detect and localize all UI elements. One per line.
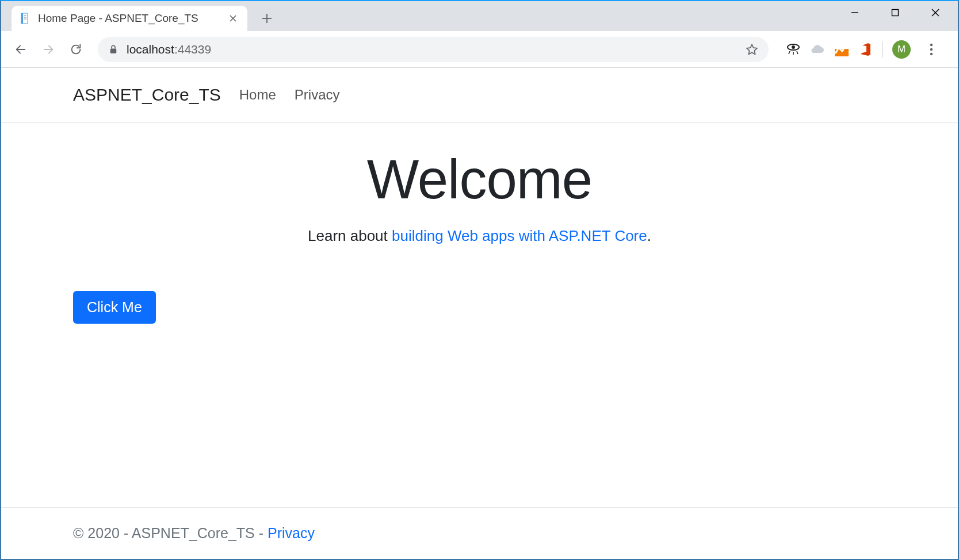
svg-rect-10 — [892, 10, 899, 16]
tab-close-icon[interactable] — [228, 13, 238, 24]
lead-text: Learn about building Web apps with ASP.N… — [73, 227, 886, 245]
nav-link-privacy[interactable]: Privacy — [295, 87, 340, 103]
svg-point-15 — [792, 45, 795, 49]
address-bar[interactable]: localhost:44339 — [98, 37, 769, 62]
click-me-button[interactable]: Click Me — [73, 291, 156, 324]
browser-tab[interactable]: Home Page - ASPNET_Core_TS — [12, 6, 247, 31]
site-navbar: ASPNET_Core_TS Home Privacy — [1, 68, 958, 122]
svg-line-18 — [797, 51, 798, 54]
extension-eye-icon[interactable] — [786, 42, 801, 57]
extension-office-icon[interactable] — [858, 42, 873, 57]
profile-avatar[interactable]: M — [892, 40, 911, 59]
url-host: localhost — [127, 43, 174, 56]
tab-title: Home Page - ASPNET_Core_TS — [38, 12, 221, 25]
svg-point-20 — [930, 43, 933, 45]
browser-menu-button[interactable] — [920, 38, 943, 61]
svg-rect-13 — [110, 48, 117, 53]
svg-point-22 — [930, 52, 933, 55]
page-heading: Welcome — [73, 148, 886, 211]
forward-button[interactable] — [37, 38, 60, 61]
lock-icon — [108, 44, 119, 55]
toolbar-separator — [882, 41, 883, 57]
footer-privacy-link[interactable]: Privacy — [268, 525, 315, 541]
main-content: Welcome Learn about building Web apps wi… — [1, 122, 958, 507]
lead-link[interactable]: building Web apps with ASP.NET Core — [392, 227, 647, 244]
window-controls — [835, 1, 956, 24]
footer-text: © 2020 - ASPNET_Core_TS - — [73, 525, 268, 541]
extension-icons: M — [779, 38, 950, 61]
page-favicon — [20, 13, 31, 24]
window-maximize-button[interactable] — [875, 1, 915, 24]
extension-analytics-icon[interactable] — [834, 42, 849, 57]
lead-prefix: Learn about — [308, 227, 392, 244]
svg-rect-1 — [21, 13, 23, 24]
site-footer: © 2020 - ASPNET_Core_TS - Privacy — [1, 507, 958, 559]
svg-point-21 — [930, 48, 933, 50]
page-viewport: ASPNET_Core_TS Home Privacy Welcome Lear… — [1, 68, 958, 559]
navbar-brand[interactable]: ASPNET_Core_TS — [73, 85, 221, 105]
new-tab-button[interactable] — [255, 7, 278, 30]
nav-link-home[interactable]: Home — [239, 87, 276, 103]
lead-suffix: . — [647, 227, 651, 244]
bookmark-star-icon[interactable] — [746, 43, 758, 56]
back-button[interactable] — [9, 38, 32, 61]
browser-tab-strip: Home Page - ASPNET_Core_TS — [1, 1, 958, 31]
extension-cloud-icon[interactable] — [810, 42, 825, 57]
window-close-button[interactable] — [915, 1, 956, 24]
svg-line-16 — [789, 51, 790, 54]
url-text: localhost:44339 — [127, 43, 738, 56]
url-port: :44339 — [174, 43, 211, 56]
window-minimize-button[interactable] — [835, 1, 875, 24]
browser-toolbar: localhost:44339 — [1, 31, 958, 68]
reload-button[interactable] — [64, 38, 87, 61]
